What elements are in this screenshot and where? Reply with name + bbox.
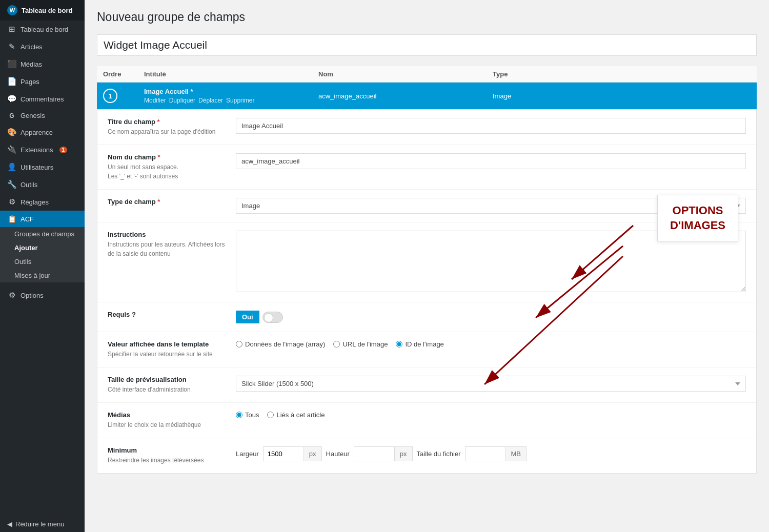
svg-line-3	[484, 256, 623, 384]
articles-icon: ✎	[7, 42, 16, 51]
options-icon: ⚙	[7, 291, 16, 300]
sidebar-item-reglages[interactable]: ⚙ Réglages	[0, 193, 85, 211]
sidebar-item-acf[interactable]: 📋 ACF	[0, 211, 85, 227]
sidebar-item-label: Médias	[21, 60, 42, 68]
sidebar-item-label: Réglages	[21, 198, 49, 206]
wp-logo: W	[7, 5, 17, 15]
sidebar-item-utilisateurs[interactable]: 👤 Utilisateurs	[0, 158, 85, 176]
sidebar-item-label: Articles	[21, 43, 43, 51]
sidebar-item-articles[interactable]: ✎ Articles	[0, 38, 85, 55]
submenu-outils[interactable]: Outils	[0, 255, 85, 269]
genesis-icon: G	[7, 112, 16, 119]
sidebar-item-label: Commentaires	[21, 95, 64, 103]
utilisateurs-icon: 👤	[7, 162, 16, 172]
sidebar-item-outils[interactable]: 🔧 Outils	[0, 176, 85, 193]
sidebar-item-tableau-de-bord[interactable]: ⊞ Tableau de bord	[0, 21, 85, 38]
acf-icon: 📋	[7, 215, 16, 223]
sidebar-item-label: Utilisateurs	[21, 163, 53, 171]
sidebar-item-options[interactable]: ⚙ Options	[0, 287, 85, 304]
sidebar-item-label: ACF	[21, 215, 34, 223]
outils-icon: 🔧	[7, 180, 16, 189]
extensions-icon: 🔌	[7, 145, 16, 154]
submenu-groupes[interactable]: Groupes de champs	[0, 227, 85, 241]
sidebar-item-label: Pages	[21, 78, 39, 86]
commentaires-icon: 💬	[7, 94, 16, 104]
submenu-mises-a-jour[interactable]: Mises à jour	[0, 269, 85, 282]
sidebar-menu: ⊞ Tableau de bord ✎ Articles ⬛ Médias 📄 …	[0, 21, 85, 516]
pages-icon: 📄	[7, 77, 16, 86]
sidebar-item-label: Tableau de bord	[21, 26, 68, 33]
acf-submenu: Groupes de champs Ajouter Outils Mises à…	[0, 227, 85, 282]
sidebar-item-commentaires[interactable]: 💬 Commentaires	[0, 90, 85, 108]
submenu-ajouter[interactable]: Ajouter	[0, 241, 85, 255]
sidebar-item-pages[interactable]: 📄 Pages	[0, 73, 85, 90]
annotation-arrows	[85, 0, 769, 532]
svg-line-1	[536, 246, 623, 318]
sidebar-item-genesis[interactable]: G Genesis	[0, 108, 85, 124]
sidebar-item-extensions[interactable]: 🔌 Extensions 1	[0, 141, 85, 158]
sidebar-item-label: Outils	[21, 181, 37, 189]
sidebar-item-label: Genesis	[21, 112, 45, 119]
reduce-icon: ◀	[7, 520, 12, 528]
apparence-icon: 🎨	[7, 128, 16, 137]
svg-line-2	[572, 226, 633, 279]
sidebar: W Tableau de bord ⊞ Tableau de bord ✎ Ar…	[0, 0, 85, 532]
extensions-badge: 1	[59, 147, 68, 153]
sidebar-footer-reduce[interactable]: ◀ Réduire le menu	[0, 516, 85, 532]
sidebar-item-label: Options	[21, 292, 44, 299]
sidebar-item-label: Apparence	[21, 129, 53, 136]
sidebar-item-medias[interactable]: ⬛ Médias	[0, 55, 85, 73]
site-name: Tableau de bord	[22, 7, 72, 14]
sidebar-item-label: Extensions	[21, 146, 53, 154]
main-wrapper: Nouveau groupe de champs Widget Image Ac…	[85, 0, 769, 532]
sidebar-item-apparence[interactable]: 🎨 Apparence	[0, 124, 85, 141]
medias-icon: ⬛	[7, 59, 16, 69]
reglages-icon: ⚙	[7, 197, 16, 207]
sidebar-header[interactable]: W Tableau de bord	[0, 0, 85, 21]
dashboard-icon: ⊞	[7, 25, 16, 34]
